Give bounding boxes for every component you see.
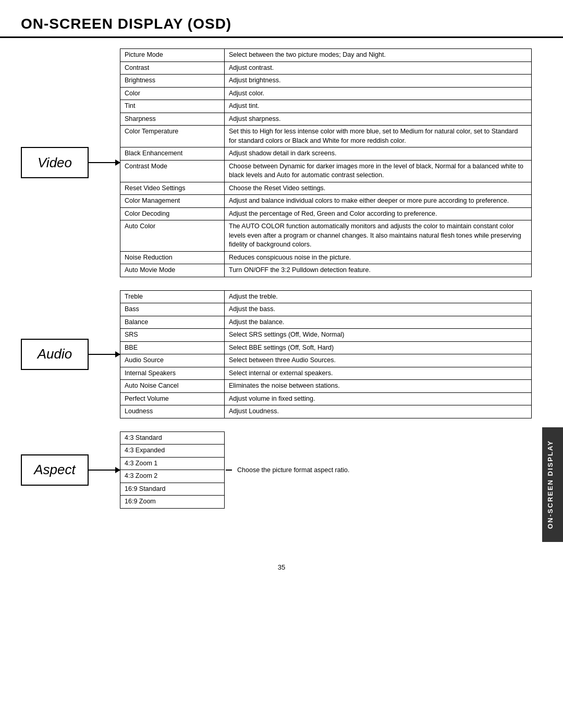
row-name: Tint	[120, 100, 225, 113]
row-name: Noise Reduction	[120, 251, 225, 264]
table-row: Internal SpeakersSelect internal or exte…	[120, 367, 532, 380]
row-desc: Select SRS settings (Off, Wide, Normal)	[225, 329, 532, 342]
row-name: Internal Speakers	[120, 367, 225, 380]
table-row: BalanceAdjust the balance.	[120, 316, 532, 329]
row-desc: Adjust the treble.	[225, 290, 532, 303]
table-row: SharpnessAdjust sharpness.	[120, 113, 532, 126]
aspect-label: Aspect	[34, 462, 76, 478]
video-label: Video	[38, 155, 72, 171]
table-row: Black EnhancementAdjust shadow detail in…	[120, 147, 532, 161]
row-name: Perfect Volume	[120, 392, 225, 405]
audio-label: Audio	[38, 346, 72, 362]
aspect-section: 4:3 Standard4:3 Expanded4:3 Zoom 14:3 Zo…	[120, 431, 532, 509]
audio-label-box: Audio	[21, 339, 89, 370]
video-arrow-line	[89, 162, 120, 163]
row-name: Contrast Mode	[120, 160, 225, 182]
table-row: Perfect VolumeAdjust volume in fixed set…	[120, 392, 532, 405]
row-desc: Adjust sharpness.	[225, 113, 532, 126]
row-name: Loudness	[120, 405, 225, 418]
row-desc: Adjust color.	[225, 87, 532, 100]
row-name: Contrast	[120, 61, 225, 75]
row-desc: Adjust shadow detail in dark screens.	[225, 147, 532, 161]
video-arrow	[89, 162, 120, 163]
table-row: Auto Noise CancelEliminates the noise be…	[120, 380, 532, 393]
table-row: ColorAdjust color.	[120, 87, 532, 100]
row-name: 4:3 Zoom 1	[120, 457, 225, 470]
row-desc: Select between the two picture modes; Da…	[225, 49, 532, 62]
row-desc: Adjust tint.	[225, 100, 532, 113]
section-audio: Audio TrebleAdjust the treble.BassAdjust…	[21, 290, 532, 418]
row-name: Auto Color	[120, 220, 225, 252]
row-desc: Adjust and balance individual colors to …	[225, 195, 532, 208]
table-row: Color ManagementAdjust and balance indiv…	[120, 195, 532, 208]
row-desc: Reduces conspicuous noise in the picture…	[225, 251, 532, 264]
row-desc: Adjust Loudness.	[225, 405, 532, 418]
table-row: 4:3 Zoom 2	[120, 470, 225, 483]
main-content: Video Picture ModeSelect between the two…	[0, 38, 563, 542]
table-row: 4:3 Standard	[120, 431, 225, 445]
row-desc: Adjust the percentage of Red, Green and …	[225, 207, 532, 220]
table-row: Contrast ModeChoose between Dynamic for …	[120, 160, 532, 182]
row-name: Reset Video Settings	[120, 182, 225, 195]
aspect-arrow-line	[89, 470, 120, 471]
row-desc: Select between three Audio Sources.	[225, 354, 532, 367]
row-desc: Choose the Reset Video settings.	[225, 182, 532, 195]
row-desc: The AUTO COLOR function automatically mo…	[225, 220, 532, 252]
table-row: 16:9 Standard	[120, 483, 225, 496]
row-name: Picture Mode	[120, 49, 225, 62]
table-row: BassAdjust the bass.	[120, 303, 532, 316]
row-name: 16:9 Zoom	[120, 496, 225, 509]
table-row: Auto Movie ModeTurn ON/OFF the 3:2 Pulld…	[120, 264, 532, 277]
aspect-arrow	[89, 470, 120, 471]
aspect-table-container: 4:3 Standard4:3 Expanded4:3 Zoom 14:3 Zo…	[120, 431, 532, 509]
row-desc: Adjust brightness.	[225, 75, 532, 88]
row-desc: Turn ON/OFF the 3:2 Pulldown detection f…	[225, 264, 532, 277]
page-header: ON-SCREEN DISPLAY (OSD)	[0, 0, 563, 38]
table-row: ContrastAdjust contrast.	[120, 61, 532, 75]
aspect-table: 4:3 Standard4:3 Expanded4:3 Zoom 14:3 Zo…	[120, 431, 225, 509]
aspect-bracket-line	[226, 470, 232, 471]
table-row: Color DecodingAdjust the percentage of R…	[120, 207, 532, 220]
table-row: Reset Video SettingsChoose the Reset Vid…	[120, 182, 532, 195]
row-name: 4:3 Standard	[120, 431, 225, 445]
row-desc: Adjust the bass.	[225, 303, 532, 316]
audio-table: TrebleAdjust the treble.BassAdjust the b…	[120, 290, 532, 418]
row-desc: Choose between Dynamic for darker images…	[225, 160, 532, 182]
row-desc: Adjust contrast.	[225, 61, 532, 75]
row-name: Brightness	[120, 75, 225, 88]
page-container: ON-SCREEN DISPLAY (OSD) ON-SCREEN DISPLA…	[0, 0, 563, 728]
table-row: TintAdjust tint.	[120, 100, 532, 113]
row-desc: Set this to High for less intense color …	[225, 126, 532, 147]
row-desc: Adjust volume in fixed setting.	[225, 392, 532, 405]
audio-table-container: TrebleAdjust the treble.BassAdjust the b…	[120, 290, 532, 418]
row-name: Color Decoding	[120, 207, 225, 220]
table-row: Audio SourceSelect between three Audio S…	[120, 354, 532, 367]
table-row: Picture ModeSelect between the two pictu…	[120, 49, 532, 62]
audio-arrow	[89, 354, 120, 355]
row-name: Treble	[120, 290, 225, 303]
aspect-label-box: Aspect	[21, 454, 89, 486]
row-name: Sharpness	[120, 113, 225, 126]
page-title: ON-SCREEN DISPLAY (OSD)	[21, 16, 542, 32]
table-row: 4:3 Expanded	[120, 445, 225, 458]
row-name: Color	[120, 87, 225, 100]
row-desc: Eliminates the noise between stations.	[225, 380, 532, 393]
row-name: Audio Source	[120, 354, 225, 367]
row-name: 16:9 Standard	[120, 483, 225, 496]
row-name: Color Temperature	[120, 126, 225, 147]
row-name: BBE	[120, 341, 225, 354]
table-row: BBESelect BBE settings (Off, Soft, Hard)	[120, 341, 532, 354]
table-row: SRSSelect SRS settings (Off, Wide, Norma…	[120, 329, 532, 342]
page-number: 35	[0, 563, 563, 571]
row-desc: Select BBE settings (Off, Soft, Hard)	[225, 341, 532, 354]
video-table-container: Picture ModeSelect between the two pictu…	[120, 48, 532, 277]
row-name: Auto Noise Cancel	[120, 380, 225, 393]
table-row: TrebleAdjust the treble.	[120, 290, 532, 303]
row-name: Bass	[120, 303, 225, 316]
row-desc: Adjust the balance.	[225, 316, 532, 329]
row-name: Auto Movie Mode	[120, 264, 225, 277]
row-name: Black Enhancement	[120, 147, 225, 161]
row-name: Color Management	[120, 195, 225, 208]
table-row: Noise ReductionReduces conspicuous noise…	[120, 251, 532, 264]
row-name: 4:3 Expanded	[120, 445, 225, 458]
